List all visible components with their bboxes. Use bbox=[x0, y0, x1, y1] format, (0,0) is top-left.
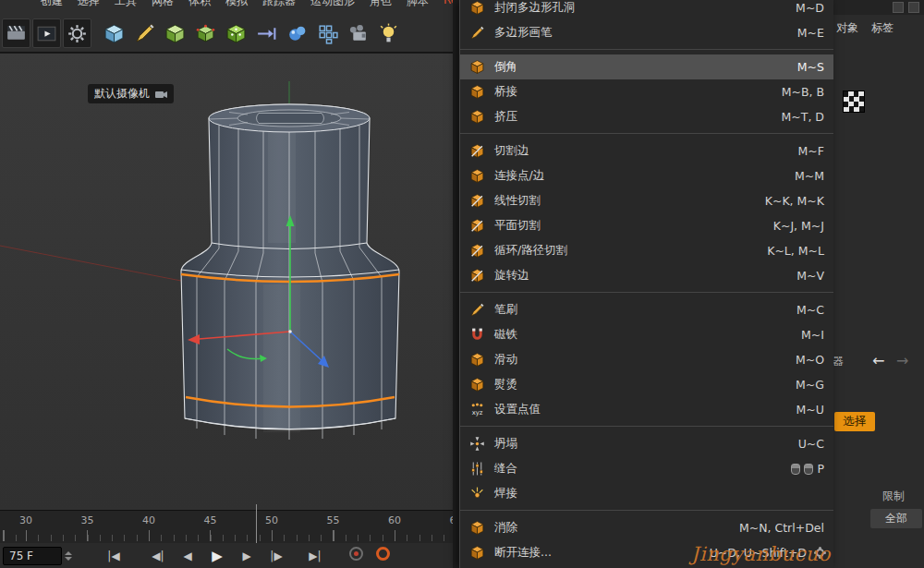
iron-icon bbox=[468, 377, 485, 393]
context-menu-item[interactable]: 滑动M~O bbox=[460, 347, 833, 372]
menu-item-shortcut: M~T, D bbox=[782, 110, 824, 124]
context-menu-item[interactable]: 熨烫M~G bbox=[460, 372, 833, 397]
menu-item-label: 设置点值 bbox=[494, 402, 541, 417]
timeline-ruler[interactable]: 3035404550556065 bbox=[0, 510, 453, 544]
pen-tool-icon[interactable] bbox=[130, 18, 159, 48]
camera-label[interactable]: 默认摄像机 bbox=[88, 84, 174, 103]
svg-text:xyz: xyz bbox=[471, 409, 482, 417]
context-menu-item[interactable]: 倒角M~S bbox=[460, 54, 833, 79]
panel-header-icon[interactable] bbox=[908, 2, 919, 13]
context-menu-item[interactable]: 缝合P bbox=[460, 456, 833, 481]
light-icon[interactable] bbox=[374, 18, 403, 48]
panel-menu-row: 对象 标签 bbox=[836, 20, 894, 36]
menubar-item[interactable]: 模拟 bbox=[225, 0, 248, 9]
keyframe-record-icon[interactable] bbox=[349, 547, 363, 564]
extrude-object-icon[interactable] bbox=[191, 18, 220, 48]
cube-object-icon[interactable] bbox=[100, 18, 128, 48]
array-object-icon[interactable] bbox=[222, 18, 250, 48]
tags-menu-item[interactable]: 标签 bbox=[871, 20, 894, 36]
object-manager-panel: 对象 标签 器 ← → 选择 限制 全部 bbox=[829, 0, 924, 568]
camera-icon[interactable] bbox=[344, 18, 372, 48]
extrude-icon bbox=[468, 109, 485, 125]
context-menu-item[interactable]: 多边形画笔M~E bbox=[460, 20, 833, 45]
weld-icon bbox=[468, 486, 485, 502]
checker-swatch[interactable] bbox=[843, 91, 865, 113]
menu-item-label: 断开连接... bbox=[494, 545, 552, 561]
ruler-ticks-major bbox=[0, 530, 453, 541]
menu-item-shortcut: K~K, M~K bbox=[765, 194, 824, 208]
menu-item-label: 切割边 bbox=[494, 143, 529, 159]
viewport[interactable]: 默认摄像机 bbox=[0, 53, 453, 511]
menubar-item-realflow[interactable]: RealFlow bbox=[444, 0, 453, 9]
cloner-icon[interactable] bbox=[313, 18, 342, 48]
toolbar bbox=[0, 15, 455, 53]
menubar-item[interactable]: 体积 bbox=[188, 0, 211, 9]
context-menu-item[interactable]: 坍塌U~C bbox=[460, 431, 833, 456]
prev-frame-button[interactable]: ◀ bbox=[174, 550, 201, 562]
menubar-item[interactable]: 工具 bbox=[115, 0, 137, 9]
context-menu-item[interactable]: 旋转边M~V bbox=[460, 263, 833, 288]
shortcut-text: U~C bbox=[798, 437, 824, 451]
mouse-gesture-icon bbox=[804, 464, 813, 475]
objects-menu-item[interactable]: 对象 bbox=[836, 20, 858, 36]
shortcut-text: M~M bbox=[795, 169, 824, 183]
step-down-icon[interactable] bbox=[65, 557, 72, 561]
menu-item-label: 旋转边 bbox=[494, 268, 529, 284]
spline-arrow-icon[interactable] bbox=[252, 18, 281, 48]
menu-item-shortcut: M~G bbox=[796, 378, 824, 392]
menubar-item[interactable]: 脚本 bbox=[407, 0, 429, 9]
menu-separator bbox=[460, 292, 833, 293]
goto-start-button[interactable]: |◀ bbox=[100, 550, 128, 562]
render-picture-viewer-icon[interactable] bbox=[32, 18, 61, 48]
menubar-item[interactable]: 创建 bbox=[41, 0, 63, 9]
bevel-icon bbox=[468, 59, 485, 75]
edge-cut-icon bbox=[468, 143, 485, 159]
context-menu-item[interactable]: 循环/路径切割K~L, M~L bbox=[460, 238, 833, 263]
shortcut-text: M~O bbox=[796, 353, 824, 367]
step-up-icon[interactable] bbox=[65, 551, 72, 555]
context-menu-item[interactable]: 平面切割K~J, M~J bbox=[460, 213, 833, 238]
context-menu: 封闭多边形孔洞M~D多边形画笔M~E倒角M~S桥接M~B, B挤压M~T, D切… bbox=[459, 0, 833, 568]
menubar-item[interactable]: 跟踪器 bbox=[262, 0, 296, 9]
menubar-item[interactable]: 角色 bbox=[370, 0, 392, 9]
context-menu-item[interactable]: 连接点/边M~M bbox=[460, 163, 833, 188]
viewport-canvas[interactable] bbox=[0, 54, 453, 511]
menubar-item[interactable]: 运动图形 bbox=[310, 0, 355, 9]
metaball-icon[interactable] bbox=[283, 18, 311, 48]
play-button[interactable]: ▶ bbox=[203, 548, 231, 564]
context-menu-item[interactable]: 切割边M~F bbox=[460, 139, 833, 163]
menubar-item[interactable]: 选择 bbox=[78, 0, 100, 9]
context-menu-item[interactable]: 线性切割K~K, M~K bbox=[460, 188, 833, 213]
render-settings-icon[interactable] bbox=[63, 18, 91, 48]
back-arrow-icon[interactable]: ← bbox=[872, 352, 884, 369]
application-window: 创建选择工具网格体积模拟跟踪器运动图形角色脚本RealFlow bbox=[0, 0, 924, 568]
menu-item-label: 封闭多边形孔洞 bbox=[494, 0, 576, 16]
menu-item-label: 熨烫 bbox=[494, 377, 517, 393]
menu-item-shortcut: M~F bbox=[798, 144, 824, 158]
next-frame-button[interactable]: ▶ bbox=[233, 550, 261, 562]
frame-stepper[interactable] bbox=[65, 551, 72, 561]
menubar-item[interactable]: 网格 bbox=[152, 0, 174, 9]
select-mode-button[interactable]: 选择 bbox=[834, 412, 875, 431]
render-view-icon[interactable] bbox=[2, 18, 30, 48]
subdivision-surface-icon[interactable] bbox=[161, 18, 189, 48]
autokey-icon[interactable] bbox=[376, 547, 390, 564]
goto-end-button[interactable]: ▶| bbox=[301, 550, 329, 562]
all-button[interactable]: 全部 bbox=[870, 509, 922, 528]
timeline-cursor[interactable] bbox=[256, 504, 257, 544]
context-menu-item[interactable]: xyz设置点值M~U bbox=[460, 397, 833, 422]
context-menu-item[interactable]: 挤压M~T, D bbox=[460, 104, 833, 129]
prev-key-button[interactable]: ◀| bbox=[144, 550, 172, 562]
context-menu-item[interactable]: 封闭多边形孔洞M~D bbox=[460, 0, 833, 20]
menu-item-shortcut: M~U bbox=[796, 403, 824, 417]
context-menu-item[interactable]: 笔刷M~C bbox=[460, 297, 833, 322]
context-menu-item[interactable]: 磁铁M~I bbox=[460, 322, 833, 347]
frame-field[interactable]: 75 F bbox=[3, 547, 62, 565]
forward-arrow-icon[interactable]: → bbox=[896, 352, 908, 369]
panel-header-icon[interactable] bbox=[893, 2, 904, 13]
context-menu-item[interactable]: 桥接M~B, B bbox=[460, 79, 833, 104]
context-menu-item[interactable]: 消除M~N, Ctrl+Del bbox=[460, 515, 833, 540]
next-key-button[interactable]: |▶ bbox=[262, 550, 290, 562]
shortcut-text: M~T, D bbox=[782, 110, 824, 124]
context-menu-item[interactable]: 焊接 bbox=[460, 481, 833, 506]
